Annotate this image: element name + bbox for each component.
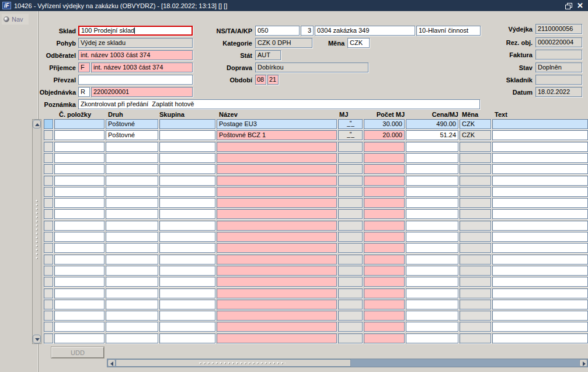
cell-text[interactable]: [492, 119, 588, 129]
cell-druh[interactable]: [106, 266, 158, 276]
cell-mena[interactable]: [460, 311, 491, 321]
cell-druh[interactable]: [106, 198, 158, 208]
cell-pocet[interactable]: [364, 176, 405, 186]
cell-druh[interactable]: Poštovné: [106, 130, 158, 140]
cell-druh[interactable]: [106, 142, 158, 152]
cell-skupina[interactable]: [159, 119, 215, 129]
datum-field[interactable]: 18.02.2022: [535, 87, 582, 97]
cell-cpolozky[interactable]: [54, 277, 105, 287]
sklad-field[interactable]: 100 Prodejní sklad: [78, 26, 193, 36]
cell-pocet[interactable]: 20.000: [364, 130, 405, 140]
cell-mj[interactable]: [338, 277, 363, 287]
cell-skupina[interactable]: [159, 333, 215, 343]
cell-mena[interactable]: [460, 176, 491, 186]
restore-icon[interactable]: [565, 3, 571, 8]
cell-mena[interactable]: [460, 142, 491, 152]
prijemce-flag-field[interactable]: F: [78, 62, 90, 72]
cell-cena[interactable]: [406, 176, 458, 186]
cell-druh[interactable]: [106, 333, 158, 343]
cell-druh[interactable]: [106, 187, 158, 197]
cell-text[interactable]: [492, 142, 588, 152]
cell-mena[interactable]: [460, 333, 491, 343]
cell-mj[interactable]: [338, 198, 363, 208]
cell-nazev[interactable]: [217, 333, 337, 343]
nstaakp-field-3[interactable]: 0304 zakázka 349: [315, 26, 415, 36]
cell-mena[interactable]: [460, 232, 491, 242]
cell-cena[interactable]: [406, 153, 458, 163]
pohyb-field[interactable]: Výdej ze skladu: [78, 38, 193, 48]
mena-field[interactable]: CZK: [347, 38, 370, 48]
cell-mj[interactable]: [338, 187, 363, 197]
stav-field[interactable]: Doplněn: [535, 62, 582, 72]
cell-mj[interactable]: _"_: [338, 130, 363, 140]
rez-obj-field[interactable]: 0000220004: [535, 37, 582, 47]
cell-text[interactable]: [492, 198, 588, 208]
kategorie-field[interactable]: CZK 0 DPH: [255, 38, 312, 48]
cell-cena[interactable]: [406, 209, 458, 219]
cell-cena[interactable]: 51.24: [406, 130, 458, 140]
cell-druh[interactable]: [106, 221, 158, 231]
cell-mj[interactable]: [338, 288, 363, 298]
cell-pocet[interactable]: [364, 164, 405, 174]
horizontal-scrollbar-thumb[interactable]: [116, 359, 351, 367]
cell-cpolozky[interactable]: [54, 311, 105, 321]
cell-cena[interactable]: [406, 288, 458, 298]
cell-skupina[interactable]: [159, 266, 215, 276]
cell-text[interactable]: [492, 243, 588, 253]
cell-skupina[interactable]: [159, 164, 215, 174]
cell-druh[interactable]: [106, 153, 158, 163]
cell-skupina[interactable]: [159, 255, 215, 265]
cell-mj[interactable]: [338, 322, 363, 332]
cell-cena[interactable]: [406, 232, 458, 242]
cell-cpolozky[interactable]: [54, 266, 105, 276]
cell-mj[interactable]: [338, 209, 363, 219]
cell-cpolozky[interactable]: [54, 288, 105, 298]
cell-mena[interactable]: [460, 300, 491, 310]
record-indicator[interactable]: [44, 311, 53, 321]
cell-druh[interactable]: [106, 164, 158, 174]
cell-cpolozky[interactable]: [54, 255, 105, 265]
cell-cpolozky[interactable]: [54, 198, 105, 208]
record-indicator[interactable]: [44, 164, 53, 174]
record-indicator[interactable]: [44, 198, 53, 208]
cell-pocet[interactable]: [364, 187, 405, 197]
cell-pocet[interactable]: [364, 255, 405, 265]
cell-cpolozky[interactable]: [54, 322, 105, 332]
doprava-field[interactable]: Dobírkou: [255, 62, 368, 72]
objednavka-flag-field[interactable]: R: [78, 87, 90, 97]
cell-skupina[interactable]: [159, 300, 215, 310]
cell-cpolozky[interactable]: [54, 153, 105, 163]
cell-skupina[interactable]: [159, 187, 215, 197]
record-indicator[interactable]: [44, 187, 53, 197]
cell-pocet[interactable]: [364, 333, 405, 343]
cell-nazev[interactable]: [217, 243, 337, 253]
vertical-scrollbar[interactable]: [32, 119, 41, 344]
cell-druh[interactable]: [106, 277, 158, 287]
cell-druh[interactable]: [106, 176, 158, 186]
record-indicator[interactable]: [44, 255, 53, 265]
cell-mj[interactable]: [338, 232, 363, 242]
cell-druh[interactable]: [106, 232, 158, 242]
cell-cena[interactable]: [406, 198, 458, 208]
cell-nazev[interactable]: [217, 164, 337, 174]
objednavka-field[interactable]: 2200200001: [91, 87, 193, 97]
cell-skupina[interactable]: [159, 277, 215, 287]
cell-cpolozky[interactable]: [54, 142, 105, 152]
scroll-left-icon[interactable]: [107, 359, 116, 367]
cell-nazev[interactable]: [217, 277, 337, 287]
vertical-scrollbar-thumb[interactable]: [34, 199, 40, 260]
cell-mj[interactable]: _"_: [338, 119, 363, 129]
cell-cena[interactable]: [406, 187, 458, 197]
cell-text[interactable]: [492, 255, 588, 265]
cell-nazev[interactable]: [217, 288, 337, 298]
cell-skupina[interactable]: [159, 221, 215, 231]
cell-mena[interactable]: [460, 198, 491, 208]
cell-text[interactable]: [492, 266, 588, 276]
cell-nazev[interactable]: Poštovné BCZ 1: [217, 130, 337, 140]
cell-nazev[interactable]: [217, 221, 337, 231]
cell-nazev[interactable]: [217, 187, 337, 197]
prijemce-field[interactable]: int. název 1003 část 374: [91, 62, 193, 72]
vydejka-field[interactable]: 2110000056: [535, 24, 582, 34]
cell-nazev[interactable]: [217, 153, 337, 163]
cell-pocet[interactable]: 30.000: [364, 119, 405, 129]
